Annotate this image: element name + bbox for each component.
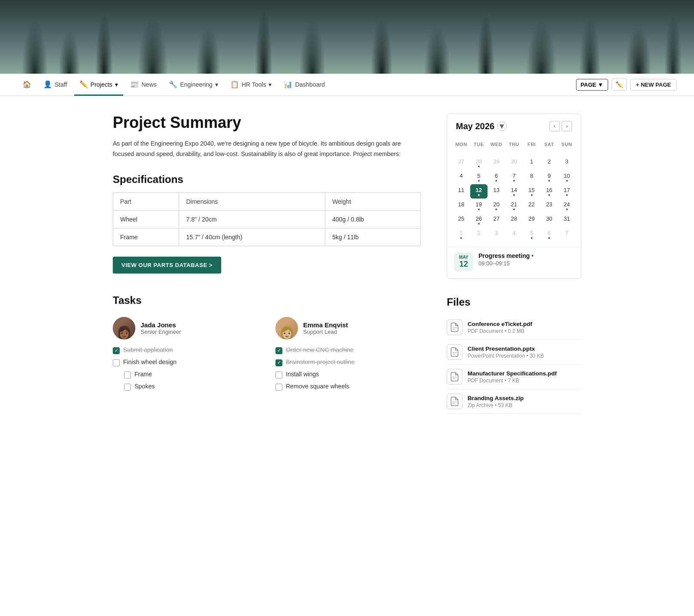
calendar-day[interactable]: 4 [452, 170, 470, 184]
calendar-day[interactable]: 17 [558, 184, 576, 199]
calendar-day[interactable]: 13 [488, 184, 505, 199]
col-part: Part [113, 192, 179, 210]
calendar-day[interactable]: 27 [452, 156, 470, 170]
day-header-mon: MON [452, 138, 470, 150]
file-meta: PDF Document • 0.2 MB [468, 328, 532, 334]
day-header-thu: THU [505, 138, 523, 150]
calendar-day[interactable]: 12 [470, 184, 488, 199]
calendar-day[interactable]: 4 [505, 227, 523, 241]
task-checkbox[interactable]: ✓ [275, 347, 282, 354]
calendar-day[interactable]: 20 [488, 199, 505, 213]
tasks-heading: Tasks [113, 294, 421, 306]
file-item[interactable]: Client Presentation.pptx PowerPoint Pres… [447, 340, 581, 365]
content-column: Project Summary As part of the Engineeri… [113, 114, 421, 414]
file-meta: PDF Document • 7 KB [468, 378, 557, 384]
calendar-day[interactable]: 19 [470, 199, 488, 213]
task-item: Install wings [275, 371, 421, 378]
calendar-day[interactable]: 6 [540, 227, 558, 241]
calendar-day[interactable]: 6 [488, 170, 505, 184]
event-title: Progress meeting • [478, 252, 534, 259]
file-meta: Zip Archive • 53 KB [468, 402, 524, 408]
calendar-day[interactable]: 27 [488, 213, 505, 227]
file-item[interactable]: Conference eTicket.pdf PDF Document • 0.… [447, 315, 581, 340]
calendar-day[interactable]: 7 [558, 227, 576, 241]
calendar-day[interactable]: 28 [505, 213, 523, 227]
calendar-day[interactable]: 5 [523, 227, 540, 241]
calendar-day[interactable]: 24 [558, 199, 576, 213]
parts-database-button[interactable]: VIEW OUR PARTS DATABASE > [113, 257, 221, 274]
task-checkbox[interactable] [275, 384, 282, 391]
calendar-day[interactable]: 2 [540, 156, 558, 170]
calendar-day[interactable]: 15 [523, 184, 540, 199]
nav-news[interactable]: 📰 News [125, 74, 162, 96]
calendar-day[interactable]: 30 [540, 213, 558, 227]
staff-icon: 👤 [43, 80, 52, 88]
nav-home[interactable]: 🏠 [17, 74, 36, 96]
calendar-day[interactable]: 26 [470, 213, 488, 227]
nav-hr-tools[interactable]: 📋 HR Tools ▾ [225, 74, 277, 96]
file-name: Conference eTicket.pdf [468, 321, 532, 327]
calendar-day[interactable]: 11 [452, 184, 470, 199]
calendar-day[interactable]: 23 [540, 199, 558, 213]
calendar-day[interactable]: 9 [540, 170, 558, 184]
task-checkbox[interactable] [275, 372, 282, 378]
calendar-month-button[interactable]: May 2026 ▾ [456, 121, 507, 131]
calendar-day[interactable]: 29 [488, 156, 505, 170]
col-weight: Weight [325, 192, 420, 210]
calendar-day[interactable]: 1 [452, 227, 470, 241]
tasks-grid: 👩🏾 Jada Jones Senior Engineer ✓ Submit a… [113, 317, 421, 395]
calendar-grid: MON TUE WED THU FRI SAT SUN [447, 138, 581, 156]
nav-staff[interactable]: 👤 Staff [38, 74, 72, 96]
task-label: Finish wheel design [123, 359, 177, 365]
person-title-emma: Support Lead [303, 329, 348, 335]
tasks-section: Tasks 👩🏾 Jada Jones Senior Engineer ✓ Su… [113, 294, 421, 395]
edit-button[interactable]: ✏️ [612, 78, 627, 91]
news-icon: 📰 [130, 80, 139, 88]
nav-engineering[interactable]: 🔧 Engineering ▾ [164, 74, 223, 96]
file-item[interactable]: Manufacturer Specifications.pdf PDF Docu… [447, 365, 581, 389]
calendar-day[interactable]: 18 [452, 199, 470, 213]
calendar-dropdown-icon: ▾ [497, 121, 507, 131]
task-checkbox[interactable] [113, 359, 120, 366]
specs-table: Part Dimensions Weight Wheel 7.8" / 20cm… [113, 192, 421, 246]
calendar-day[interactable]: 14 [505, 184, 523, 199]
calendar-day[interactable]: 8 [523, 170, 540, 184]
calendar-day[interactable]: 1 [523, 156, 540, 170]
task-checkbox[interactable]: ✓ [113, 347, 120, 354]
calendar-day[interactable]: 31 [558, 213, 576, 227]
nav-projects[interactable]: ✏️ Projects ▾ [74, 74, 124, 96]
calendar-prev-button[interactable]: ‹ [550, 121, 560, 131]
calendar-day[interactable]: 29 [523, 213, 540, 227]
calendar-day[interactable]: 3 [488, 227, 505, 241]
calendar-day[interactable]: 21 [505, 199, 523, 213]
calendar: May 2026 ▾ ‹ › MON TUE WED THU FRI SAT S… [447, 114, 581, 279]
task-checkbox[interactable] [124, 372, 131, 378]
calendar-day[interactable]: 7 [505, 170, 523, 184]
calendar-day[interactable]: 10 [558, 170, 576, 184]
task-label: Remove square wheels [286, 383, 349, 390]
new-page-button[interactable]: + NEW PAGE [630, 79, 677, 91]
main-nav: 🏠 👤 Staff ✏️ Projects ▾ 📰 News 🔧 Enginee… [0, 74, 694, 96]
day-header-wed: WED [488, 138, 505, 150]
page-title: Project Summary [113, 114, 421, 132]
calendar-next-button[interactable]: › [562, 121, 572, 131]
task-checkbox[interactable] [124, 384, 131, 391]
nav-dashboard[interactable]: 📊 Dashboard [278, 74, 330, 96]
day-header-sat: SAT [540, 138, 558, 150]
calendar-day[interactable]: 28 [470, 156, 488, 170]
task-checkbox[interactable]: ✓ [275, 359, 282, 366]
home-icon: 🏠 [23, 80, 31, 88]
nav-actions: PAGE ▼ ✏️ + NEW PAGE [576, 78, 677, 91]
dashboard-icon: 📊 [284, 80, 292, 88]
calendar-day[interactable]: 3 [558, 156, 576, 170]
task-item: Remove square wheels [275, 383, 421, 391]
file-item[interactable]: Branding Assets.zip Zip Archive • 53 KB [447, 389, 581, 414]
calendar-day[interactable]: 16 [540, 184, 558, 199]
calendar-day[interactable]: 22 [523, 199, 540, 213]
page-button[interactable]: PAGE ▼ [576, 79, 608, 91]
calendar-day[interactable]: 25 [452, 213, 470, 227]
calendar-day[interactable]: 5 [470, 170, 488, 184]
calendar-day[interactable]: 30 [505, 156, 523, 170]
calendar-day[interactable]: 2 [470, 227, 488, 241]
calendar-event: MAY 12 Progress meeting • 09:00–09:15 [447, 247, 581, 278]
